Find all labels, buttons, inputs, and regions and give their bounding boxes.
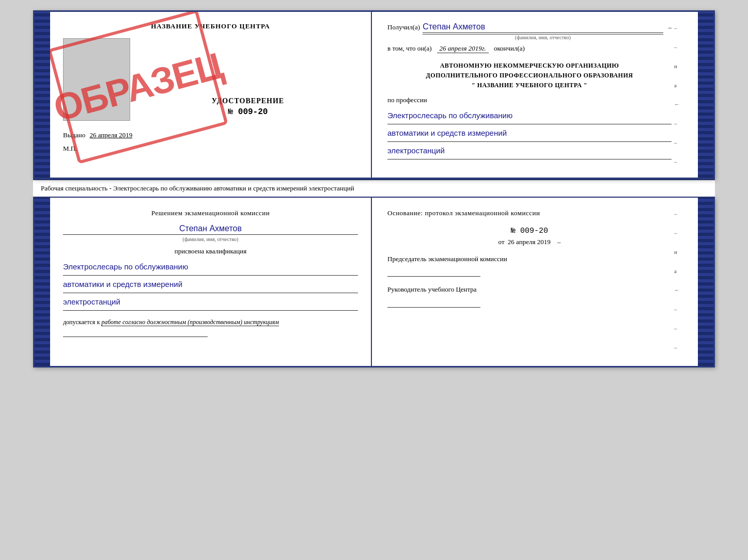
- mark-dash2: –: [674, 44, 680, 50]
- cert-title: УДОСТОВЕРЕНИЕ: [138, 97, 358, 105]
- qual-line2: автоматики и средств измерений: [63, 276, 358, 293]
- mark-dash1: –: [674, 25, 680, 31]
- decision-header: Решением экзаменационной комиссии: [63, 208, 358, 219]
- cert-right-page: Получил(а) Степан Ахметов (фамилия, имя,…: [372, 12, 698, 178]
- b-mark-dash5: –: [674, 344, 680, 350]
- chairman-label: Председатель экзаменационной комиссии: [387, 254, 672, 264]
- prof-line3: электростанций: [387, 142, 672, 159]
- b-mark-dash1: –: [674, 211, 680, 217]
- mark-i: и: [674, 63, 680, 69]
- allowed-value: работе согласно должностным (производств…: [101, 318, 279, 326]
- received-label: Получил(а): [387, 23, 420, 31]
- fio-label-bottom: (фамилия, имя, отчество): [63, 236, 358, 242]
- bottom-sig-line: [63, 337, 208, 337]
- cert-issued-line: Выдано 26 апреля 2019: [63, 131, 358, 139]
- specialty-text: Рабочая специальность - Электрослесарь п…: [41, 184, 354, 192]
- prof-line2: автоматики и средств измерений: [387, 124, 672, 142]
- finished-label: окончил(а): [494, 44, 525, 53]
- book-bottom-spine-left: [35, 198, 50, 366]
- chairman-sig-line: [387, 266, 480, 277]
- qualification-name: Электрослесарь по обслуживанию автоматик…: [63, 258, 358, 311]
- mark-dash4: –: [674, 139, 680, 146]
- bottom-left-page: Решением экзаменационной комиссии Степан…: [50, 198, 372, 366]
- b-mark-dash2: –: [674, 230, 680, 236]
- mp-label: М.П.: [63, 145, 358, 153]
- cert-photo: [63, 38, 130, 121]
- cert-school-name: НАЗВАНИЕ УЧЕБНОГО ЦЕНТРА: [63, 22, 358, 30]
- prof-line1: Электрослесарь по обслуживанию: [387, 107, 672, 124]
- protocol-date-value: 26 апреля 2019: [508, 238, 551, 246]
- basis-header: Основание: протокол экзаменационной коми…: [387, 208, 672, 219]
- issued-label: Выдано: [63, 131, 85, 139]
- book-bottom-spine-right: [698, 198, 713, 366]
- right-side-marks-bottom: – – и а ← – – –: [672, 208, 682, 353]
- b-mark-dash4: –: [674, 325, 680, 331]
- mark-arrow: ←: [674, 101, 680, 107]
- allowed-block: допускается к работе согласно должностны…: [63, 318, 358, 326]
- issued-date: 26 апреля 2019: [90, 131, 133, 139]
- b-mark-dash3: –: [674, 306, 680, 312]
- director-label: Руководитель учебного Центра: [387, 284, 672, 295]
- b-mark-a: а: [674, 268, 680, 274]
- fio-label-top: (фамилия, имя, отчество): [423, 34, 663, 40]
- book-spine-right: [698, 12, 713, 178]
- protocol-date: от 26 апреля 2019 –: [387, 238, 672, 246]
- director-block: Руководитель учебного Центра: [387, 284, 672, 308]
- mark-a: а: [674, 82, 680, 88]
- mark-dash5: –: [674, 158, 680, 165]
- chairman-block: Председатель экзаменационной комиссии: [387, 254, 672, 277]
- specialty-bar: Рабочая специальность - Электрослесарь п…: [33, 179, 715, 198]
- person-name-bottom: Степан Ахметов: [63, 224, 358, 235]
- cert-info: УДОСТОВЕРЕНИЕ № 009-20: [138, 38, 358, 121]
- director-sig-line: [387, 297, 480, 308]
- cert-number: № 009-20: [138, 107, 358, 117]
- right-side-marks: – – и а ← – – –: [672, 22, 682, 167]
- protocol-date-prefix: от: [498, 238, 505, 246]
- assigned-label: присвоена квалификация: [63, 247, 358, 255]
- vtom-label: в том, что он(а): [387, 44, 432, 53]
- org-block: АВТОНОМНУЮ НЕКОММЕРЧЕСКУЮ ОРГАНИЗАЦИЮ ДО…: [387, 61, 672, 91]
- bottom-right-page: Основание: протокол экзаменационной коми…: [372, 198, 698, 366]
- allowed-label-text: допускается к: [63, 318, 100, 326]
- mark-dash3: –: [674, 120, 680, 126]
- qual-line1: Электрослесарь по обслуживанию: [63, 258, 358, 276]
- b-mark-arrow: ←: [674, 287, 680, 293]
- org-line1: АВТОНОМНУЮ НЕКОММЕРЧЕСКУЮ ОРГАНИЗАЦИЮ: [387, 61, 672, 71]
- qual-line3: электростанций: [63, 293, 358, 311]
- cert-left-page: НАЗВАНИЕ УЧЕБНОГО ЦЕНТРА ОБРАЗЕЦ УДОСТОВ…: [50, 12, 372, 178]
- book-bottom: Решением экзаменационной комиссии Степан…: [33, 198, 715, 367]
- date-line: в том, что он(а) 26 апреля 2019г. окончи…: [387, 44, 672, 53]
- profession-name: Электрослесарь по обслуживанию автоматик…: [387, 107, 672, 159]
- recipient-name: Степан Ахметов: [423, 22, 663, 33]
- org-line2: ДОПОЛНИТЕЛЬНОГО ПРОФЕССИОНАЛЬНОГО ОБРАЗО…: [387, 71, 672, 81]
- recipient-line: Получил(а) Степан Ахметов (фамилия, имя,…: [387, 22, 672, 40]
- protocol-number: № 009-20: [387, 227, 672, 235]
- protocol-dash: –: [557, 238, 561, 246]
- date-value: 26 апреля 2019г.: [437, 44, 489, 53]
- book-spine-left: [35, 12, 50, 178]
- b-mark-i: и: [674, 249, 680, 255]
- profession-label: по профессии: [387, 96, 672, 104]
- org-line3: " НАЗВАНИЕ УЧЕБНОГО ЦЕНТРА ": [387, 81, 672, 90]
